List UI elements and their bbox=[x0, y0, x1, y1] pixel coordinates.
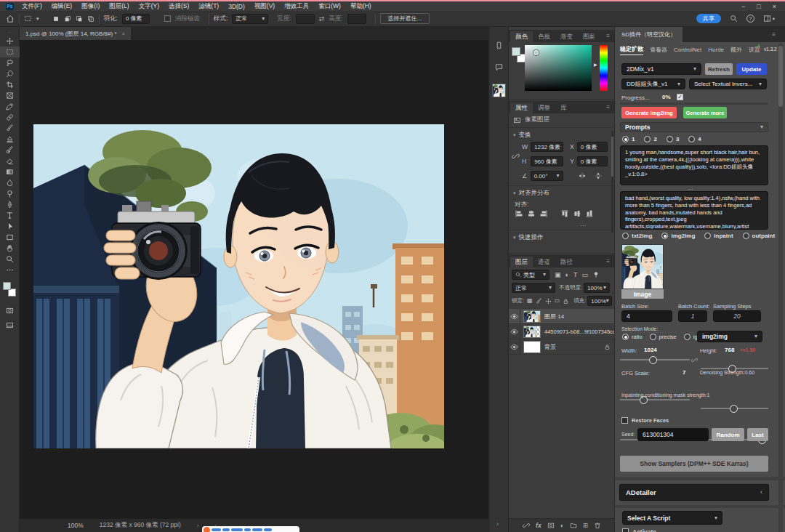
saturation-box[interactable] bbox=[525, 45, 592, 91]
positive-prompt[interactable]: 1 young man,handsome,super short black h… bbox=[620, 145, 768, 185]
visibility-eye-icon[interactable] bbox=[510, 313, 518, 321]
selection-add-icon[interactable] bbox=[64, 15, 71, 23]
panel-tab[interactable]: 颜色 bbox=[510, 31, 533, 42]
layers-action-icon[interactable] bbox=[523, 522, 530, 529]
libraries-panel-thumbnail[interactable] bbox=[492, 84, 506, 97]
tool-button[interactable] bbox=[0, 177, 20, 188]
sd-tab[interactable]: Horde bbox=[708, 47, 724, 55]
help-icon[interactable]: ? bbox=[746, 15, 754, 23]
tool-button[interactable] bbox=[0, 210, 20, 221]
filter-icon[interactable]: T bbox=[573, 272, 578, 278]
canvas-area[interactable] bbox=[20, 40, 488, 518]
align-more-icon[interactable]: … bbox=[580, 220, 587, 227]
textual-inversion-select[interactable]: Select Textual Invers...▾ bbox=[689, 78, 767, 89]
menu-item[interactable]: 窗口(W) bbox=[317, 2, 342, 11]
menu-item[interactable]: 3D(D) bbox=[227, 3, 246, 10]
menu-item[interactable]: 图像(I) bbox=[80, 2, 101, 11]
batch-size-input[interactable]: 4 bbox=[621, 310, 672, 322]
maximize-button[interactable]: □ bbox=[757, 3, 760, 10]
selection-mode-select[interactable]: img2img▾ bbox=[697, 331, 762, 342]
script-select[interactable]: Select A Script▾ bbox=[622, 511, 722, 525]
layers-action-icon[interactable]: fx bbox=[536, 523, 542, 529]
align-button[interactable] bbox=[573, 209, 581, 218]
tool-button[interactable] bbox=[0, 254, 20, 265]
seed-input[interactable]: 613001304 bbox=[637, 428, 709, 441]
quick-mask-button[interactable] bbox=[0, 305, 20, 316]
panel-tab[interactable]: 图层 bbox=[510, 257, 533, 267]
minimize-button[interactable]: − bbox=[741, 3, 745, 10]
transform-section-header[interactable]: ▾变换 bbox=[513, 131, 531, 140]
generate-img2img-button[interactable]: Generate Img2Img bbox=[621, 107, 677, 118]
lock-icon[interactable] bbox=[563, 298, 569, 305]
refresh-button[interactable]: Refresh bbox=[705, 63, 733, 75]
tool-preset-chevron[interactable]: ▾ bbox=[36, 16, 39, 22]
panel-menu-icon[interactable]: ≡ bbox=[606, 104, 610, 110]
activate-checkbox[interactable] bbox=[622, 528, 629, 532]
status-next-icon[interactable]: › bbox=[197, 522, 199, 529]
sd-panel-menu-icon[interactable]: ≡ bbox=[772, 31, 776, 38]
foreground-color-swatch[interactable] bbox=[3, 282, 11, 290]
selection-mode-radio[interactable]: ratio bbox=[622, 334, 643, 340]
batch-count-input[interactable]: 1 bbox=[678, 310, 707, 322]
layer-name[interactable]: 背景 bbox=[544, 343, 556, 351]
align-button[interactable] bbox=[527, 209, 536, 218]
menu-item[interactable]: 帮助(H) bbox=[349, 2, 373, 11]
mode-radio[interactable]: inpaint bbox=[704, 233, 733, 239]
menu-item[interactable]: 编辑(E) bbox=[50, 2, 73, 11]
tool-button[interactable] bbox=[0, 188, 20, 199]
home-icon[interactable] bbox=[6, 15, 15, 23]
layer-row[interactable]: 图层 14 bbox=[509, 309, 615, 324]
denoise-slider[interactable] bbox=[701, 404, 768, 413]
tool-button[interactable] bbox=[0, 232, 20, 243]
sampling-steps-input[interactable]: 20 bbox=[713, 310, 761, 322]
layers-action-icon[interactable] bbox=[570, 522, 577, 529]
selection-subtract-icon[interactable] bbox=[76, 15, 83, 23]
width-slider[interactable] bbox=[620, 355, 690, 364]
filter-icon[interactable]: ▣ bbox=[555, 272, 561, 278]
negative-prompt[interactable]: bad hand,(worst quality, low quality:1.4… bbox=[620, 191, 768, 230]
layer-thumbnail[interactable] bbox=[523, 326, 541, 338]
mode-radio[interactable]: outpaint bbox=[743, 233, 776, 239]
panel-menu-icon[interactable]: ≡ bbox=[606, 258, 610, 265]
color-swatches[interactable] bbox=[3, 282, 17, 298]
fill-input[interactable]: 100%▾ bbox=[587, 296, 612, 306]
close-button[interactable]: × bbox=[773, 3, 776, 10]
lock-icon[interactable] bbox=[545, 298, 552, 305]
document-canvas[interactable] bbox=[33, 124, 444, 448]
adetailer-collapse-icon[interactable]: ‹ bbox=[760, 489, 762, 496]
prompt-slot-radio[interactable]: 3 bbox=[667, 136, 679, 142]
close-tab-icon[interactable]: × bbox=[122, 31, 126, 37]
select-and-mask-button[interactable]: 选择并遮住... bbox=[380, 13, 430, 24]
style-select[interactable]: 正常▾ bbox=[232, 14, 268, 24]
layer-row[interactable]: 44509071-b08...9f1007345cc bbox=[509, 324, 615, 339]
color-picker-marker[interactable] bbox=[534, 50, 539, 55]
align-section-header[interactable]: ▾对齐并分布 bbox=[513, 189, 550, 198]
panel-tab[interactable]: 通道 bbox=[533, 257, 555, 267]
source-image-thumb[interactable] bbox=[621, 244, 664, 289]
quick-actions-header[interactable]: ▾快速操作 bbox=[513, 233, 544, 242]
y-input[interactable]: 0 像素 bbox=[577, 156, 608, 166]
tool-button[interactable] bbox=[0, 79, 20, 90]
link-wh-icon[interactable] bbox=[691, 357, 698, 363]
model-select[interactable]: 2DMix_v1▾ bbox=[621, 63, 701, 75]
lock-icon[interactable] bbox=[536, 298, 542, 305]
adetailer-header[interactable]: ADetailer ‹ bbox=[619, 484, 769, 501]
layer-thumbnail[interactable] bbox=[523, 310, 541, 323]
panel-tab[interactable]: 路径 bbox=[555, 257, 578, 267]
tool-button[interactable] bbox=[0, 90, 20, 101]
panel-tab[interactable]: 调整 bbox=[533, 102, 555, 113]
blend-mode-select[interactable]: 正常▾ bbox=[512, 283, 555, 293]
show-samplers-button[interactable]: Show Samplers (DPM++ SDE Karras) bbox=[620, 456, 768, 472]
align-button[interactable] bbox=[539, 209, 548, 218]
tool-button[interactable] bbox=[0, 199, 20, 210]
x-input[interactable]: 0 像素 bbox=[577, 142, 608, 152]
filter-icon[interactable]: ◐ bbox=[565, 272, 569, 278]
flip-vertical-icon[interactable] bbox=[594, 172, 603, 180]
tool-button[interactable] bbox=[0, 166, 20, 177]
sd-panel-tab[interactable]: SD插件（明空汉化） bbox=[615, 27, 683, 42]
menu-item[interactable]: 图层(L) bbox=[108, 2, 130, 11]
tool-button[interactable] bbox=[0, 145, 20, 156]
tool-button[interactable] bbox=[0, 243, 20, 254]
generate-more-button[interactable]: Generate more bbox=[683, 107, 727, 118]
menu-item[interactable]: 增效工具 bbox=[283, 2, 310, 11]
